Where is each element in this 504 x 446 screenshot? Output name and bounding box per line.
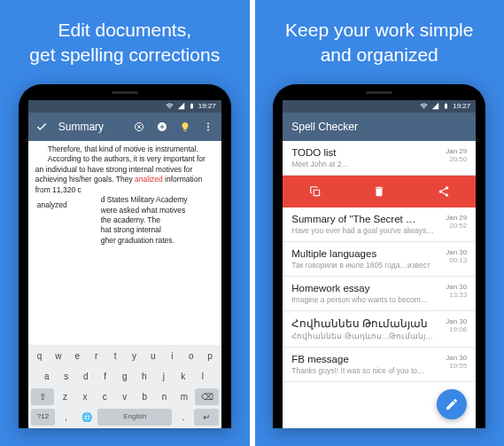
key-r[interactable]: r [88, 348, 105, 364]
key-x[interactable]: x [76, 388, 94, 405]
key-y[interactable]: y [126, 348, 143, 364]
wifi-icon [166, 102, 174, 110]
doc-frag-5: gher graduation rates. [101, 236, 214, 246]
list-item[interactable]: Summary of "The Secret … Have you ever h… [283, 207, 476, 242]
doc-frag-4: hat strong internal [101, 225, 214, 235]
confirm-button[interactable] [32, 117, 51, 137]
key-a[interactable]: a [38, 368, 56, 385]
panel-edit: Edit documents, get spelling corrections… [0, 0, 250, 446]
item-date: Jan 30 [446, 283, 467, 291]
item-preview: Meet John at 2... [291, 160, 440, 168]
headline-right: Keep your work simple and organized [276, 18, 482, 84]
key-f[interactable]: f [97, 368, 114, 385]
key-w[interactable]: w [50, 348, 66, 364]
add-button[interactable] [152, 117, 172, 137]
key-c[interactable]: c [96, 388, 113, 405]
item-preview: Imagine a person who wants to becom… [291, 295, 440, 304]
key-z[interactable]: z [56, 388, 74, 405]
key-m[interactable]: m [175, 388, 193, 405]
delete-button[interactable] [370, 183, 388, 200]
keyboard: q w e r t y u i o p a s d [28, 345, 221, 428]
key-q[interactable]: q [31, 348, 48, 364]
status-time: 19:27 [453, 102, 470, 110]
item-preview: Have you ever had a goal you've always… [291, 226, 440, 235]
document-body[interactable]: Therefore, that kind of motive is instru… [28, 141, 221, 345]
item-title: TODO list [291, 147, 440, 158]
key-backspace[interactable]: ⌫ [195, 388, 219, 405]
key-i[interactable]: i [164, 348, 181, 364]
battery-icon [189, 102, 195, 110]
doc-frag-3: the academy. The [101, 215, 214, 225]
item-time: 00:13 [446, 256, 467, 264]
key-t[interactable]: t [106, 348, 123, 364]
list-item[interactable]: TODO list Meet John at 2... Jan 29 20:50 [283, 141, 476, 176]
key-period[interactable]: . [174, 409, 192, 426]
key-symbols[interactable]: ?12 [31, 409, 55, 426]
svg-point-6 [207, 122, 209, 124]
document-list[interactable]: TODO list Meet John at 2... Jan 29 20:50 [283, 141, 476, 428]
statusbar: 19:27 [28, 100, 221, 113]
spelling-error[interactable]: analized [135, 175, 163, 184]
key-k[interactable]: k [174, 368, 192, 385]
key-e[interactable]: e [69, 348, 86, 364]
doc-frag-2: were asked what motives [101, 206, 214, 215]
key-s[interactable]: s [58, 368, 75, 385]
panel-organize: Keep your work simple and organized 19:2… [255, 0, 505, 446]
phone-frame-right: 19:27 Spell Checker TODO list Meet John … [273, 84, 485, 428]
clear-button[interactable] [129, 117, 149, 137]
overflow-button[interactable] [198, 117, 218, 137]
svg-rect-9 [314, 190, 319, 195]
key-comma[interactable]: , [57, 409, 75, 426]
item-title: Homework essay [291, 283, 440, 293]
list-item[interactable]: FB message Thanks guys!! It was so nice … [283, 348, 476, 382]
fab-new[interactable] [437, 389, 467, 419]
svg-point-7 [207, 126, 209, 128]
item-date: Jan 29 [446, 214, 467, 222]
item-preview: Thanks guys!! It was so nice of you to… [291, 366, 440, 375]
doc-paragraph: According to the authors, it is very imp… [35, 154, 214, 195]
key-n[interactable]: n [155, 388, 173, 405]
item-title: FB message [291, 354, 440, 364]
key-p[interactable]: p [201, 348, 218, 364]
item-date: Jan 30 [446, 248, 467, 256]
hint-button[interactable] [175, 117, 195, 137]
spell-suggestion[interactable]: analyzed [37, 200, 67, 210]
key-j[interactable]: j [155, 368, 173, 385]
item-preview: Հովհաննես Թադևոս…Թումանյան(փ [291, 332, 440, 340]
svg-point-8 [207, 129, 209, 130]
key-u[interactable]: u [144, 348, 161, 364]
kb-row-4: ?12 , 🌐 English . ↵ [31, 409, 219, 426]
share-button[interactable] [435, 183, 453, 200]
list-item[interactable]: Homework essay Imagine a person who want… [283, 277, 476, 311]
doc-frag-1: d States Military Academy [101, 195, 214, 205]
key-v[interactable]: v [116, 388, 134, 405]
key-enter[interactable]: ↵ [194, 409, 218, 426]
key-g[interactable]: g [116, 368, 134, 385]
key-l[interactable]: l [194, 368, 212, 385]
swipe-actions [283, 176, 476, 207]
battery-icon [443, 102, 449, 110]
status-time: 19:27 [198, 102, 216, 110]
key-h[interactable]: h [136, 368, 153, 385]
key-globe[interactable]: 🌐 [77, 409, 96, 426]
kb-row-1: q w e r t y u i o p [31, 348, 219, 364]
doc-line-1: Therefore, that kind of motive is instru… [35, 145, 214, 154]
item-time: 13:33 [446, 291, 467, 299]
signal-icon [431, 102, 439, 110]
signal-icon [177, 102, 185, 110]
appbar-title: Spell Checker [291, 121, 358, 133]
key-o[interactable]: o [182, 348, 199, 364]
wifi-icon [420, 102, 428, 110]
key-shift[interactable]: ⇧ [31, 388, 55, 405]
item-title: Multiple languages [291, 248, 440, 259]
key-b[interactable]: b [136, 388, 153, 405]
list-item[interactable]: Multiple languages Так говорили в июле 1… [283, 242, 476, 277]
copy-button[interactable] [306, 183, 324, 200]
phone-frame-left: 19:27 Summary [19, 84, 231, 428]
appbar-editor: Summary [28, 113, 221, 141]
key-d[interactable]: d [77, 368, 95, 385]
item-time: 20:50 [446, 155, 467, 163]
list-item[interactable]: Հովհաննես Թումանյան Հովհաննես Թադևոս…Թու… [283, 311, 476, 348]
key-space[interactable]: English [97, 409, 172, 426]
kb-row-3: ⇧ z x c v b n m ⌫ [31, 388, 219, 405]
